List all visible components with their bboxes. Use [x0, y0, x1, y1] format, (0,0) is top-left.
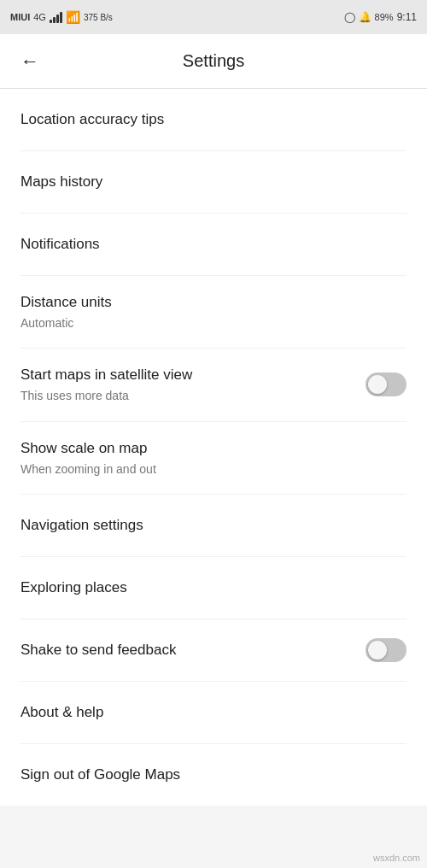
toggle-shake-feedback[interactable]: [366, 638, 407, 662]
settings-item-exploring-places[interactable]: Exploring places: [0, 557, 427, 619]
settings-item-label-navigation-settings: Navigation settings: [20, 516, 407, 535]
settings-item-sublabel-show-scale: When zooming in and out: [20, 461, 407, 477]
settings-item-text-distance-units: Distance unitsAutomatic: [20, 293, 407, 331]
settings-item-text-maps-history: Maps history: [20, 173, 407, 191]
settings-item-show-scale[interactable]: Show scale on mapWhen zooming in and out: [0, 422, 427, 494]
settings-item-sublabel-distance-units: Automatic: [20, 315, 407, 331]
settings-item-navigation-settings[interactable]: Navigation settings: [0, 495, 427, 556]
signal-4g: 4G: [33, 12, 46, 22]
location-icon: ◯: [344, 11, 355, 23]
settings-item-shake-feedback[interactable]: Shake to send feedback: [0, 619, 427, 681]
settings-item-sublabel-satellite-view: This uses more data: [20, 388, 366, 403]
settings-item-label-maps-history: Maps history: [20, 173, 407, 191]
settings-item-notifications[interactable]: Notifications: [0, 214, 427, 275]
settings-item-text-exploring-places: Exploring places: [20, 578, 407, 597]
data-speed: 375 B/s: [84, 13, 113, 22]
settings-item-text-sign-out: Sign out of Google Maps: [20, 765, 407, 784]
time-display: 9:11: [397, 11, 417, 23]
watermark: wsxdn.com: [373, 853, 420, 863]
settings-item-text-show-scale: Show scale on mapWhen zooming in and out: [20, 439, 407, 477]
toggle-satellite-view[interactable]: [366, 372, 407, 396]
app-bar: ← Settings: [0, 34, 427, 89]
settings-item-text-navigation-settings: Navigation settings: [20, 516, 407, 535]
settings-item-label-shake-feedback: Shake to send feedback: [20, 641, 366, 660]
page-title: Settings: [183, 51, 244, 71]
settings-item-text-notifications: Notifications: [20, 235, 407, 254]
settings-item-text-satellite-view: Start maps in satellite viewThis uses mo…: [20, 366, 366, 403]
settings-item-sign-out[interactable]: Sign out of Google Maps: [0, 744, 427, 806]
settings-item-location-accuracy-tips[interactable]: Location accuracy tips: [0, 89, 427, 150]
settings-item-text-location-accuracy-tips: Location accuracy tips: [20, 110, 407, 129]
settings-item-label-satellite-view: Start maps in satellite view: [20, 366, 366, 384]
battery-indicator: 89%: [375, 12, 394, 22]
status-bar: MIUI 4G 📶 375 B/s ◯ 🔔 89% 9:11: [0, 0, 427, 34]
status-right: ◯ 🔔 89% 9:11: [344, 11, 417, 23]
settings-item-satellite-view[interactable]: Start maps in satellite viewThis uses mo…: [0, 349, 427, 420]
settings-item-about-help[interactable]: About & help: [0, 682, 427, 743]
carrier-label: MIUI: [10, 12, 30, 22]
settings-item-label-about-help: About & help: [20, 703, 407, 722]
settings-item-text-shake-feedback: Shake to send feedback: [20, 641, 366, 660]
settings-item-text-about-help: About & help: [20, 703, 407, 722]
settings-list: Location accuracy tipsMaps historyNotifi…: [0, 89, 427, 806]
settings-item-label-sign-out: Sign out of Google Maps: [20, 765, 407, 784]
toggle-thumb-shake-feedback: [368, 641, 387, 660]
settings-item-label-show-scale: Show scale on map: [20, 439, 407, 458]
signal-strength-icon: [50, 11, 62, 23]
settings-item-distance-units[interactable]: Distance unitsAutomatic: [0, 276, 427, 348]
status-left: MIUI 4G 📶 375 B/s: [10, 10, 113, 24]
settings-item-maps-history[interactable]: Maps history: [0, 151, 427, 213]
wifi-icon: 📶: [66, 10, 80, 24]
alarm-icon: 🔔: [359, 11, 371, 23]
toggle-thumb-satellite-view: [368, 375, 387, 394]
settings-item-label-notifications: Notifications: [20, 235, 407, 254]
settings-item-label-distance-units: Distance units: [20, 293, 407, 312]
settings-item-label-location-accuracy-tips: Location accuracy tips: [20, 110, 407, 129]
settings-item-label-exploring-places: Exploring places: [20, 578, 407, 597]
back-button[interactable]: ←: [14, 44, 46, 79]
